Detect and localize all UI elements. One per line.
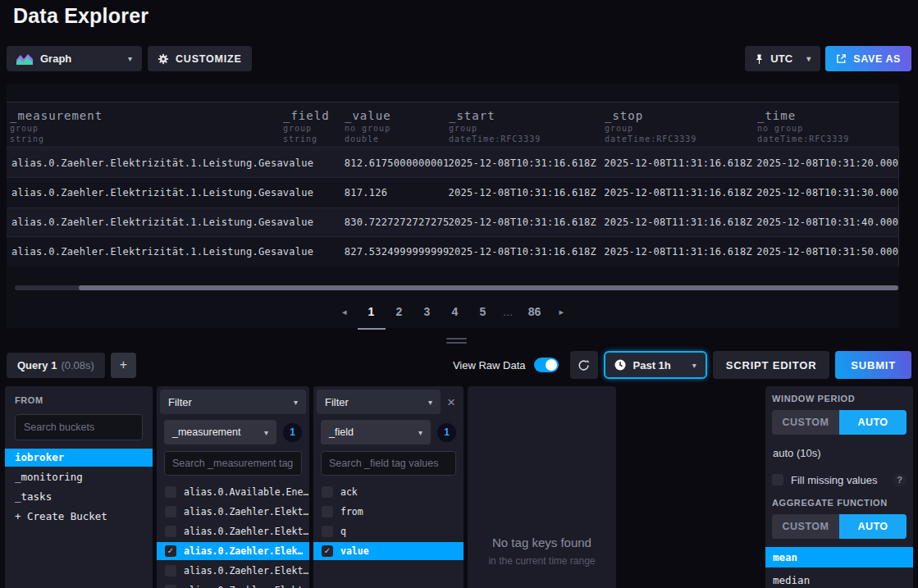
chevron-down-icon: ▾: [798, 54, 811, 63]
timezone-label: UTC: [770, 52, 792, 65]
column-header-time: _time no group dateTime:RFC3339: [757, 103, 899, 147]
scrollbar-thumb[interactable]: [79, 285, 898, 290]
page-button-5[interactable]: 5: [475, 300, 491, 323]
refresh-icon: [578, 359, 590, 371]
create-bucket-button[interactable]: + Create Bucket: [5, 508, 153, 526]
next-page-button[interactable]: ▸: [555, 307, 569, 317]
query-duration: (0.08s): [61, 359, 94, 371]
aggregate-function-mean[interactable]: mean: [765, 547, 913, 567]
view-raw-data-toggle[interactable]: [534, 358, 559, 372]
tag-value-list: ack from q ✓value: [313, 483, 464, 560]
column-header-measurement: _measurement group string: [7, 103, 283, 147]
window-custom-button[interactable]: CUSTOM: [772, 410, 839, 435]
checkbox-checked[interactable]: ✓: [322, 545, 333, 557]
close-icon[interactable]: ×: [441, 395, 460, 409]
aggregate-function-label: AGGREGATE FUNCTION: [765, 490, 913, 508]
pin-icon: [755, 53, 764, 65]
aggregate-auto-button[interactable]: AUTO: [839, 514, 907, 539]
visualization-type-dropdown[interactable]: Graph ▾: [7, 46, 142, 71]
table-row: alias.0.Zaehler.Elektrizität.1.Leistung.…: [7, 237, 898, 267]
from-label: FROM: [5, 386, 153, 405]
page-button-3[interactable]: 3: [419, 300, 436, 323]
page-button-4[interactable]: 4: [447, 300, 464, 323]
page-button-1[interactable]: 1: [363, 300, 380, 323]
timezone-dropdown[interactable]: UTC ▾: [745, 46, 820, 71]
checkbox[interactable]: [165, 486, 176, 498]
table-row: alias.0.Zaehler.Elektrizität.1.Leistung.…: [7, 148, 898, 178]
customize-button[interactable]: CUSTOMIZE: [148, 46, 252, 71]
raw-data-table-panel: _measurement group string _field group s…: [7, 84, 899, 328]
tag-filter-panel-measurement: Filter ▾ _measurement ▾ 1 alias.0.Availa…: [157, 386, 309, 588]
page-button-86[interactable]: 86: [527, 300, 543, 323]
prev-page-button[interactable]: ◂: [337, 307, 352, 317]
submit-button[interactable]: SUBMIT: [835, 351, 911, 379]
top-toolbar: Graph ▾ CUSTOMIZE UTC ▾ SAVE AS: [7, 46, 911, 71]
filter-type-dropdown[interactable]: Filter ▾: [160, 390, 306, 414]
clock-icon: [614, 359, 626, 371]
query-tab[interactable]: Query 1 (0.08s): [7, 353, 105, 378]
gear-icon: [158, 53, 169, 65]
tag-value-item-selected[interactable]: ✓alias.0.Zaehler.Elek…: [157, 542, 309, 560]
horizontal-scrollbar[interactable]: [15, 285, 898, 290]
toggle-knob: [546, 359, 557, 371]
empty-state-title: No tag keys found: [468, 536, 616, 549]
export-icon: [836, 53, 847, 64]
field-search-input[interactable]: [321, 451, 456, 476]
tag-value-item[interactable]: alias.0.Zaehler.Elekt…: [157, 562, 309, 580]
aggregate-function-median[interactable]: median: [765, 570, 913, 588]
filter-type-dropdown[interactable]: Filter ▾: [317, 390, 441, 414]
bucket-search-input[interactable]: [15, 414, 143, 440]
tag-value-item[interactable]: ack: [313, 483, 464, 501]
fill-missing-checkbox[interactable]: [772, 474, 783, 485]
time-range-dropdown[interactable]: Past 1h ▾: [604, 351, 707, 379]
chevron-down-icon: ▾: [671, 361, 696, 370]
selected-count-badge: 1: [437, 423, 456, 442]
bucket-item-tasks[interactable]: _tasks: [5, 488, 153, 506]
checkbox[interactable]: [165, 565, 176, 577]
tag-value-item[interactable]: alias.0.Available.Ene…: [157, 483, 309, 501]
fill-missing-values-row[interactable]: Fill missing values ?: [765, 471, 913, 489]
tag-value-item[interactable]: alias.0.Zaehler.Elekt…: [157, 522, 309, 540]
page-button-2[interactable]: 2: [391, 300, 408, 323]
bucket-item-monitoring[interactable]: _monitoring: [5, 468, 153, 486]
window-auto-button[interactable]: AUTO: [839, 410, 907, 435]
visualization-type-label: Graph: [40, 52, 71, 65]
tag-key-label: _measurement: [172, 426, 240, 438]
column-header-field: _field group string: [283, 103, 345, 147]
tag-value-item[interactable]: alias.0.Zaehler.Elekt…: [157, 581, 309, 588]
checkbox[interactable]: [322, 526, 333, 537]
tag-key-label: _field: [329, 426, 354, 438]
script-editor-button[interactable]: SCRIPT EDITOR: [713, 351, 830, 379]
measurement-search-input[interactable]: [164, 451, 302, 476]
add-query-button[interactable]: +: [111, 353, 136, 378]
empty-state-subtitle: in the current time range: [468, 555, 616, 567]
refresh-button[interactable]: [570, 351, 598, 379]
tag-value-item[interactable]: alias.0.Zaehler.Elekt…: [157, 503, 309, 521]
tag-value-item[interactable]: from: [313, 503, 464, 521]
help-icon[interactable]: ?: [893, 473, 907, 487]
tag-key-dropdown-measurement[interactable]: _measurement ▾: [164, 420, 276, 444]
graph-icon: [16, 52, 33, 65]
checkbox-checked[interactable]: ✓: [165, 545, 176, 557]
save-as-button[interactable]: SAVE AS: [825, 46, 911, 71]
checkbox[interactable]: [165, 506, 176, 517]
tag-value-item[interactable]: q: [313, 522, 464, 540]
bucket-item-iobroker[interactable]: iobroker: [5, 449, 153, 467]
window-period-label: WINDOW PERIOD: [765, 386, 913, 403]
tag-value-list: alias.0.Available.Ene… alias.0.Zaehler.E…: [157, 483, 309, 588]
checkbox[interactable]: [322, 506, 333, 517]
checkbox[interactable]: [165, 585, 176, 588]
aggregate-custom-button[interactable]: CUSTOM: [772, 514, 839, 539]
tag-value-item-selected[interactable]: ✓value: [313, 542, 464, 560]
resize-handle[interactable]: [446, 338, 467, 346]
column-header-value: _value no group double: [345, 103, 449, 147]
tag-key-dropdown-field[interactable]: _field ▾: [321, 420, 431, 444]
time-range-label: Past 1h: [633, 359, 671, 371]
query-builder: FROM iobroker _monitoring _tasks + Creat…: [5, 386, 913, 588]
checkbox[interactable]: [322, 486, 333, 498]
chevron-down-icon: ▾: [285, 398, 298, 407]
checkbox[interactable]: [165, 526, 176, 537]
chevron-down-icon: ▾: [410, 428, 422, 437]
query-tab-label: Query 1: [17, 359, 57, 371]
column-header-stop: _stop group dateTime:RFC3339: [605, 103, 757, 147]
